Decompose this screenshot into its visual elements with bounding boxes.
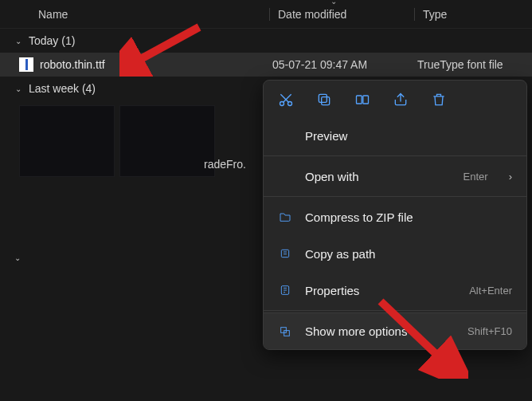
svg-rect-9 [284, 330, 290, 336]
column-header-type[interactable]: Type [414, 8, 532, 21]
font-file-icon [19, 57, 33, 72]
sort-caret-icon: ⌄ [331, 0, 337, 6]
menu-shortcut: Enter [464, 171, 488, 183]
chevron-down-icon: ⌄ [14, 85, 22, 93]
thumbnail[interactable] [119, 105, 215, 177]
file-row-selected[interactable]: roboto.thin.ttf 05-07-21 09:47 AM TrueTy… [0, 53, 532, 77]
menu-label: Show more options [305, 324, 455, 338]
menu-shortcut: Alt+Enter [469, 285, 512, 297]
svg-rect-5 [363, 96, 369, 104]
thumbnail-label-partial: radeFro. [204, 158, 246, 171]
group-lastweek-label: Last week (4) [29, 82, 96, 95]
menu-separator [264, 196, 526, 197]
context-quick-actions [264, 87, 526, 117]
menu-item-show-more[interactable]: Show more options Shift+F10 [264, 313, 526, 349]
menu-item-preview[interactable]: Preview [264, 117, 526, 154]
svg-rect-4 [357, 96, 362, 104]
share-icon[interactable] [393, 92, 409, 108]
thumbnail[interactable] [19, 105, 115, 177]
menu-item-open-with[interactable]: Open with Enter › [264, 158, 526, 195]
copy-icon[interactable] [316, 92, 332, 108]
cut-icon[interactable] [278, 92, 294, 108]
menu-label: Open with [305, 170, 451, 183]
chevron-right-icon: › [509, 171, 512, 183]
svg-rect-2 [322, 97, 330, 105]
menu-label: Copy as path [305, 247, 512, 261]
chevron-down-icon: ⌄ [14, 37, 22, 45]
menu-label: Preview [305, 129, 512, 143]
menu-separator [264, 310, 526, 311]
svg-rect-8 [281, 327, 287, 332]
menu-label: Compress to ZIP file [305, 210, 512, 224]
column-header-name[interactable]: Name [38, 8, 269, 21]
column-headers: Name Date modified Type ⌄ [0, 0, 532, 29]
chevron-down-icon[interactable]: ⌄ [14, 254, 21, 262]
menu-item-compress[interactable]: Compress to ZIP file [264, 199, 526, 235]
file-date: 05-07-21 09:47 AM [272, 58, 417, 71]
menu-shortcut: Shift+F10 [467, 325, 512, 337]
menu-item-properties[interactable]: Properties Alt+Enter [264, 272, 526, 309]
show-more-icon [278, 324, 292, 339]
group-today[interactable]: ⌄ Today (1) [0, 29, 532, 53]
rename-icon[interactable] [354, 92, 370, 108]
properties-icon [278, 283, 292, 297]
file-name: roboto.thin.ttf [40, 58, 272, 71]
copy-path-icon [278, 246, 292, 261]
zip-icon [278, 210, 292, 224]
context-menu: Preview Open with Enter › Compress to ZI… [263, 80, 527, 350]
menu-item-copy-path[interactable]: Copy as path [264, 235, 526, 272]
group-today-label: Today (1) [29, 34, 75, 47]
svg-rect-6 [281, 250, 288, 257]
delete-icon[interactable] [431, 92, 447, 108]
svg-rect-3 [319, 94, 327, 102]
file-type: TrueType font file [417, 58, 503, 71]
menu-separator [264, 155, 526, 156]
menu-label: Properties [305, 284, 456, 297]
column-header-date[interactable]: Date modified [269, 8, 414, 21]
